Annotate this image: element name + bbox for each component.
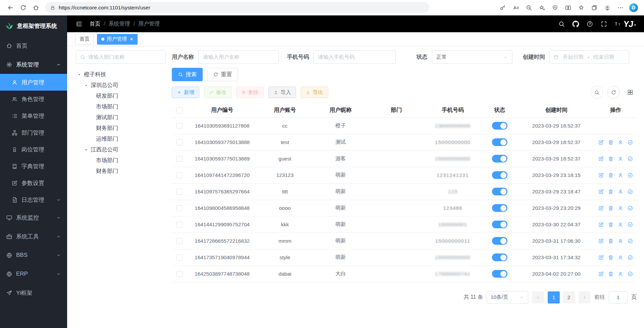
refresh-table-button[interactable] — [607, 86, 620, 99]
status-toggle[interactable] — [492, 171, 507, 179]
reset-password-icon[interactable] — [617, 271, 624, 277]
trash-icon[interactable] — [608, 172, 614, 178]
assign-role-icon[interactable] — [627, 271, 633, 277]
collections-icon[interactable] — [589, 2, 600, 13]
fullscreen-icon[interactable] — [600, 20, 607, 28]
sidebar-item-system[interactable]: 系统管理 — [0, 55, 67, 74]
trash-icon[interactable] — [608, 238, 614, 244]
row-checkbox[interactable] — [177, 254, 183, 261]
browser-home-icon[interactable] — [30, 2, 42, 13]
search-icon[interactable] — [558, 20, 565, 28]
columns-button[interactable] — [624, 86, 637, 99]
edit-square-icon[interactable] — [598, 189, 604, 195]
github-icon[interactable] — [572, 20, 579, 28]
status-toggle[interactable] — [492, 270, 507, 278]
edit-square-icon[interactable] — [598, 139, 604, 145]
row-checkbox[interactable] — [177, 189, 183, 195]
edit-square-icon[interactable] — [598, 238, 604, 244]
assign-role-icon[interactable] — [627, 254, 633, 261]
status-select[interactable]: 正常 — [432, 50, 512, 64]
phone-input[interactable] — [313, 50, 396, 64]
assign-role-icon[interactable] — [627, 156, 633, 162]
status-toggle[interactable] — [492, 155, 507, 162]
import-button[interactable]: 导入 — [268, 87, 296, 98]
page-size-select[interactable]: 10条/页 — [487, 291, 528, 304]
caret-expanded-icon[interactable] — [84, 148, 88, 152]
select-all-checkbox[interactable] — [177, 107, 183, 113]
status-toggle[interactable] — [492, 237, 507, 245]
status-toggle[interactable] — [492, 204, 507, 212]
edit-square-icon[interactable] — [598, 156, 604, 162]
bing-icon[interactable]: b — [628, 2, 639, 13]
assign-role-icon[interactable] — [627, 172, 633, 178]
sidebar-item-user[interactable]: 用户管理 — [0, 74, 67, 91]
collapse-sidebar-icon[interactable] — [75, 20, 83, 28]
assign-role-icon[interactable] — [627, 189, 633, 195]
more-icon[interactable] — [615, 2, 626, 13]
tree-node[interactable]: 江西总公司 — [76, 144, 166, 155]
address-bar[interactable]: https://ccnetcore.com:1101/system/user — [45, 2, 429, 13]
edit-square-icon[interactable] — [598, 205, 604, 211]
row-checkbox[interactable] — [177, 271, 183, 277]
assign-role-icon[interactable] — [627, 139, 633, 145]
trash-icon[interactable] — [608, 254, 614, 261]
tree-node[interactable]: 橙子科技 — [76, 69, 166, 80]
split-screen-icon[interactable] — [562, 2, 574, 13]
next-page-button[interactable] — [579, 291, 591, 303]
tree-node[interactable]: 运维部门 — [76, 134, 166, 144]
sidebar-item-log[interactable]: 日志管理 — [0, 191, 67, 208]
reset-password-icon[interactable] — [617, 254, 624, 261]
dept-search-input[interactable] — [88, 54, 162, 60]
row-checkbox[interactable] — [177, 205, 183, 211]
page-button[interactable]: 1 — [548, 291, 560, 303]
reset-password-icon[interactable] — [617, 156, 624, 162]
site-info-icon[interactable] — [50, 5, 56, 11]
status-toggle[interactable] — [492, 221, 507, 228]
add-button[interactable]: 新增 — [172, 87, 199, 98]
sidebar-item-bbs[interactable]: BBS — [0, 246, 67, 265]
sidebar-item-role[interactable]: 角色管理 — [0, 91, 67, 107]
trash-icon[interactable] — [608, 139, 614, 145]
breadcrumb-item[interactable]: 系统管理 — [108, 20, 130, 28]
status-toggle[interactable] — [492, 188, 507, 195]
reset-password-icon[interactable] — [617, 139, 624, 145]
browser-essentials-icon[interactable] — [549, 2, 561, 13]
tree-node[interactable]: 财务部门 — [76, 123, 166, 134]
sidebar-item-yi[interactable]: Yi框架 — [0, 283, 67, 302]
row-checkbox[interactable] — [177, 156, 183, 162]
row-checkbox[interactable] — [177, 139, 183, 145]
favorites-bar-icon[interactable] — [576, 2, 587, 13]
reset-password-icon[interactable] — [617, 172, 624, 178]
tree-node[interactable]: 财务部门 — [76, 166, 166, 177]
toggle-search-button[interactable] — [590, 86, 603, 99]
sidebar-item-dept[interactable]: 部门管理 — [0, 124, 67, 141]
reset-password-icon[interactable] — [617, 238, 624, 244]
modify-button[interactable]: 修改 — [204, 87, 232, 98]
row-checkbox[interactable] — [177, 238, 183, 244]
tree-node[interactable]: 深圳总公司 — [76, 80, 166, 91]
font-size-icon[interactable]: TT — [614, 20, 622, 28]
tree-node[interactable]: 市场部门 — [76, 101, 166, 112]
tab-user-management[interactable]: 用户管理× — [97, 34, 138, 45]
tab-home[interactable]: 首页 — [75, 34, 94, 45]
trash-icon[interactable] — [608, 189, 614, 195]
assign-role-icon[interactable] — [627, 205, 633, 211]
page-button[interactable]: 2 — [563, 291, 575, 303]
back-icon[interactable] — [5, 2, 16, 13]
assign-role-icon[interactable] — [627, 222, 633, 228]
sidebar-item-menu[interactable]: 菜单管理 — [0, 107, 67, 124]
trash-icon[interactable] — [608, 205, 614, 211]
tree-node[interactable]: 测试部门 — [76, 112, 166, 123]
trash-icon[interactable] — [608, 271, 614, 277]
help-icon[interactable] — [586, 20, 593, 28]
key-icon[interactable] — [497, 2, 508, 13]
trash-icon[interactable] — [608, 156, 614, 162]
tree-node[interactable]: 市场部门 — [76, 155, 166, 166]
reset-password-icon[interactable] — [617, 189, 624, 195]
breadcrumb-item[interactable]: 首页 — [90, 20, 100, 28]
delete-button[interactable]: 删除 — [236, 87, 264, 98]
status-toggle[interactable] — [492, 253, 507, 261]
status-toggle[interactable] — [492, 138, 507, 146]
reload-icon[interactable] — [17, 2, 29, 13]
edit-square-icon[interactable] — [598, 172, 604, 178]
